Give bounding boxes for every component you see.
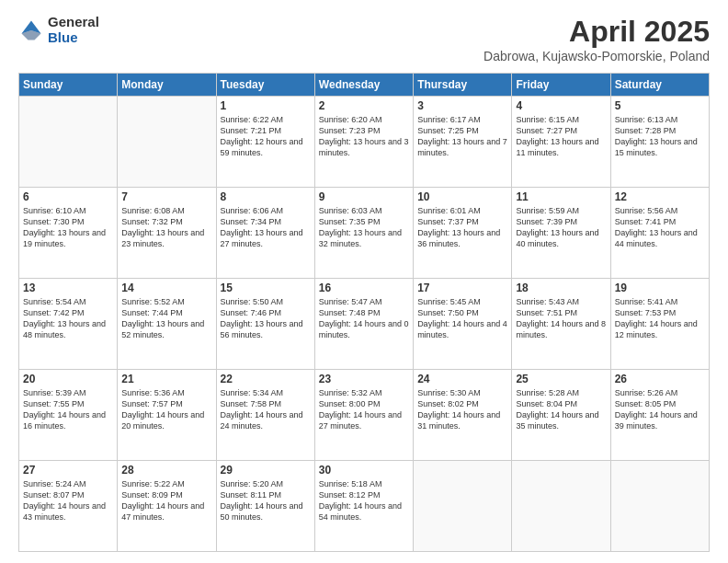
- day-info: Sunrise: 6:01 AM Sunset: 7:37 PM Dayligh…: [417, 205, 507, 250]
- day-number: 2: [319, 99, 409, 112]
- day-number: 10: [417, 190, 507, 203]
- day-number: 16: [319, 282, 409, 294]
- calendar-cell: 2Sunrise: 6:20 AM Sunset: 7:23 PM Daylig…: [314, 97, 413, 188]
- calendar-cell: 18Sunrise: 5:43 AM Sunset: 7:51 PM Dayli…: [512, 279, 610, 370]
- calendar-cell: 24Sunrise: 5:30 AM Sunset: 8:02 PM Dayli…: [414, 370, 512, 461]
- calendar-cell: 27Sunrise: 5:24 AM Sunset: 8:07 PM Dayli…: [19, 461, 118, 552]
- day-info: Sunrise: 6:06 AM Sunset: 7:34 PM Dayligh…: [221, 205, 311, 250]
- calendar-cell: 3Sunrise: 6:17 AM Sunset: 7:25 PM Daylig…: [414, 97, 512, 188]
- logo-blue: Blue: [48, 30, 99, 46]
- weekday-header-tuesday: Tuesday: [216, 74, 314, 97]
- weekday-header-row: SundayMondayTuesdayWednesdayThursdayFrid…: [19, 74, 710, 97]
- calendar-cell: 28Sunrise: 5:22 AM Sunset: 8:09 PM Dayli…: [118, 461, 216, 552]
- calendar-cell: 20Sunrise: 5:39 AM Sunset: 7:55 PM Dayli…: [19, 370, 118, 461]
- day-info: Sunrise: 5:24 AM Sunset: 8:07 PM Dayligh…: [23, 478, 113, 523]
- day-info: Sunrise: 6:22 AM Sunset: 7:21 PM Dayligh…: [221, 114, 311, 159]
- day-info: Sunrise: 5:39 AM Sunset: 7:55 PM Dayligh…: [23, 387, 113, 432]
- calendar-cell: 12Sunrise: 5:56 AM Sunset: 7:41 PM Dayli…: [610, 188, 709, 279]
- day-info: Sunrise: 5:50 AM Sunset: 7:46 PM Dayligh…: [221, 296, 311, 341]
- logo-general: General: [48, 15, 99, 30]
- calendar-cell: [414, 461, 512, 552]
- calendar-cell: 30Sunrise: 5:18 AM Sunset: 8:12 PM Dayli…: [314, 461, 413, 552]
- calendar-cell: 29Sunrise: 5:20 AM Sunset: 8:11 PM Dayli…: [216, 461, 314, 552]
- calendar-cell: 6Sunrise: 6:10 AM Sunset: 7:30 PM Daylig…: [19, 188, 118, 279]
- day-info: Sunrise: 5:36 AM Sunset: 7:57 PM Dayligh…: [121, 387, 211, 432]
- calendar-cell: [610, 461, 709, 552]
- day-number: 26: [615, 373, 705, 385]
- header: General Blue April 2025 Dabrowa, Kujawsk…: [18, 15, 710, 63]
- logo-icon: [18, 17, 44, 43]
- day-info: Sunrise: 5:45 AM Sunset: 7:50 PM Dayligh…: [417, 296, 507, 341]
- day-info: Sunrise: 5:52 AM Sunset: 7:44 PM Dayligh…: [121, 296, 211, 341]
- day-number: 19: [615, 282, 705, 294]
- day-number: 23: [319, 373, 409, 385]
- calendar-cell: 21Sunrise: 5:36 AM Sunset: 7:57 PM Dayli…: [118, 370, 216, 461]
- day-info: Sunrise: 5:22 AM Sunset: 8:09 PM Dayligh…: [121, 478, 211, 523]
- calendar-title: April 2025: [483, 15, 710, 49]
- day-info: Sunrise: 6:20 AM Sunset: 7:23 PM Dayligh…: [319, 114, 409, 159]
- day-number: 13: [23, 282, 113, 294]
- calendar-cell: 8Sunrise: 6:06 AM Sunset: 7:34 PM Daylig…: [216, 188, 314, 279]
- calendar-week-row: 6Sunrise: 6:10 AM Sunset: 7:30 PM Daylig…: [19, 188, 710, 279]
- day-number: 4: [516, 99, 606, 112]
- day-number: 27: [23, 464, 113, 477]
- calendar-cell: 19Sunrise: 5:41 AM Sunset: 7:53 PM Dayli…: [610, 279, 709, 370]
- calendar-cell: 11Sunrise: 5:59 AM Sunset: 7:39 PM Dayli…: [512, 188, 610, 279]
- day-number: 6: [23, 190, 113, 203]
- day-number: 29: [221, 464, 311, 477]
- day-number: 9: [319, 190, 409, 203]
- calendar-cell: 9Sunrise: 6:03 AM Sunset: 7:35 PM Daylig…: [314, 188, 413, 279]
- day-info: Sunrise: 6:15 AM Sunset: 7:27 PM Dayligh…: [516, 114, 606, 159]
- calendar-cell: [118, 97, 216, 188]
- day-number: 12: [615, 190, 705, 203]
- day-number: 8: [221, 190, 311, 203]
- calendar-cell: 25Sunrise: 5:28 AM Sunset: 8:04 PM Dayli…: [512, 370, 610, 461]
- calendar-cell: 15Sunrise: 5:50 AM Sunset: 7:46 PM Dayli…: [216, 279, 314, 370]
- day-number: 14: [121, 282, 211, 294]
- calendar-cell: 13Sunrise: 5:54 AM Sunset: 7:42 PM Dayli…: [19, 279, 118, 370]
- day-info: Sunrise: 5:59 AM Sunset: 7:39 PM Dayligh…: [516, 205, 606, 250]
- day-info: Sunrise: 5:18 AM Sunset: 8:12 PM Dayligh…: [319, 478, 409, 523]
- calendar-cell: 14Sunrise: 5:52 AM Sunset: 7:44 PM Dayli…: [118, 279, 216, 370]
- day-number: 24: [417, 373, 507, 385]
- day-info: Sunrise: 5:47 AM Sunset: 7:48 PM Dayligh…: [319, 296, 409, 341]
- calendar-cell: 4Sunrise: 6:15 AM Sunset: 7:27 PM Daylig…: [512, 97, 610, 188]
- day-info: Sunrise: 6:10 AM Sunset: 7:30 PM Dayligh…: [23, 205, 113, 250]
- day-number: 5: [615, 99, 705, 112]
- weekday-header-saturday: Saturday: [610, 74, 709, 97]
- calendar-cell: [512, 461, 610, 552]
- calendar-week-row: 1Sunrise: 6:22 AM Sunset: 7:21 PM Daylig…: [19, 97, 710, 188]
- logo-text: General Blue: [48, 15, 99, 45]
- day-info: Sunrise: 5:56 AM Sunset: 7:41 PM Dayligh…: [615, 205, 705, 250]
- calendar-week-row: 20Sunrise: 5:39 AM Sunset: 7:55 PM Dayli…: [19, 370, 710, 461]
- calendar-cell: 7Sunrise: 6:08 AM Sunset: 7:32 PM Daylig…: [118, 188, 216, 279]
- day-number: 20: [23, 373, 113, 385]
- day-number: 7: [121, 190, 211, 203]
- page: General Blue April 2025 Dabrowa, Kujawsk…: [0, 0, 728, 563]
- day-info: Sunrise: 6:08 AM Sunset: 7:32 PM Dayligh…: [121, 205, 211, 250]
- day-info: Sunrise: 5:30 AM Sunset: 8:02 PM Dayligh…: [417, 387, 507, 432]
- day-info: Sunrise: 5:34 AM Sunset: 7:58 PM Dayligh…: [221, 387, 311, 432]
- day-info: Sunrise: 6:03 AM Sunset: 7:35 PM Dayligh…: [319, 205, 409, 250]
- calendar-cell: [19, 97, 118, 188]
- calendar-cell: 17Sunrise: 5:45 AM Sunset: 7:50 PM Dayli…: [414, 279, 512, 370]
- day-number: 3: [417, 99, 507, 112]
- day-info: Sunrise: 6:13 AM Sunset: 7:28 PM Dayligh…: [615, 114, 705, 159]
- calendar-table: SundayMondayTuesdayWednesdayThursdayFrid…: [18, 73, 710, 552]
- calendar-week-row: 27Sunrise: 5:24 AM Sunset: 8:07 PM Dayli…: [19, 461, 710, 552]
- calendar-cell: 23Sunrise: 5:32 AM Sunset: 8:00 PM Dayli…: [314, 370, 413, 461]
- calendar-cell: 16Sunrise: 5:47 AM Sunset: 7:48 PM Dayli…: [314, 279, 413, 370]
- day-number: 28: [121, 464, 211, 477]
- weekday-header-friday: Friday: [512, 74, 610, 97]
- calendar-cell: 1Sunrise: 6:22 AM Sunset: 7:21 PM Daylig…: [216, 97, 314, 188]
- day-info: Sunrise: 6:17 AM Sunset: 7:25 PM Dayligh…: [417, 114, 507, 159]
- day-number: 11: [516, 190, 606, 203]
- day-number: 22: [221, 373, 311, 385]
- weekday-header-thursday: Thursday: [414, 74, 512, 97]
- day-number: 30: [319, 464, 409, 477]
- day-number: 17: [417, 282, 507, 294]
- calendar-cell: 22Sunrise: 5:34 AM Sunset: 7:58 PM Dayli…: [216, 370, 314, 461]
- weekday-header-sunday: Sunday: [19, 74, 118, 97]
- day-number: 15: [221, 282, 311, 294]
- day-number: 21: [121, 373, 211, 385]
